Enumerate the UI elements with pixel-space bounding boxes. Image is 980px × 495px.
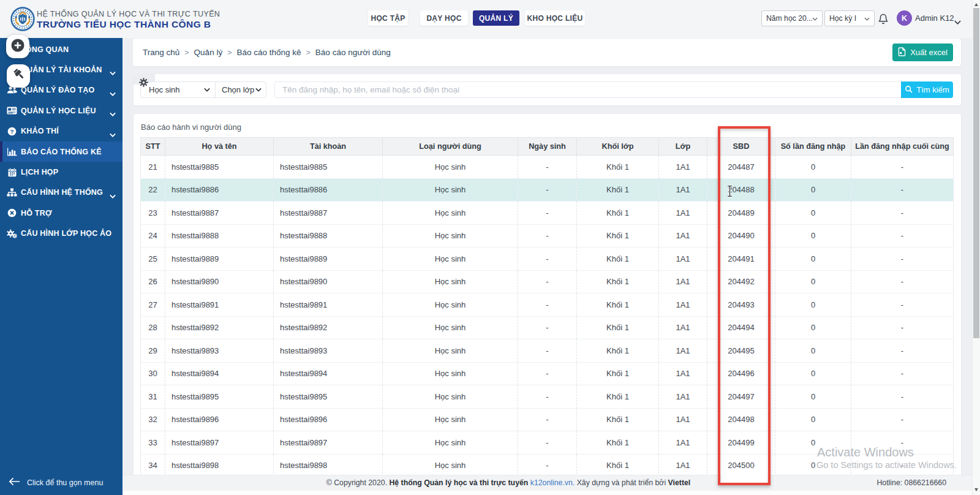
table-row[interactable]: 29hstesttai9893hstesttai9893Học sinh-Khố… — [141, 339, 954, 363]
gear-icon[interactable] — [139, 78, 148, 89]
nav-quan-ly[interactable]: QUẢN LÝ — [473, 10, 519, 26]
table-row[interactable]: 23hstesttai9887hstesttai9887Học sinh-Khố… — [141, 202, 954, 225]
breadcrumb-trang-chu[interactable]: Trang chủ — [143, 48, 179, 57]
table-row[interactable]: 25hstesttai9889hstesttai9889Học sinh-Khố… — [141, 248, 954, 271]
table-row[interactable]: 22hstesttai9886hstesttai9886Học sinh-Khố… — [141, 178, 954, 202]
column-header-stt[interactable]: STT — [141, 138, 165, 156]
sidebar-item-quan-ly-hoc-lieu[interactable]: QUẢN LÝ HỌC LIỆU — [0, 100, 123, 121]
brush-floating-button[interactable] — [7, 64, 30, 88]
table-cell: Học sinh — [383, 362, 518, 385]
table-cell: 1A1 — [659, 339, 707, 363]
table-cell: hstesttai9885 — [274, 156, 383, 179]
column-header-so-lan-dang-nhap[interactable]: Số lần đăng nhập — [775, 138, 851, 156]
table-cell: Khối 1 — [577, 408, 659, 431]
nav-hoc-tap[interactable]: HỌC TẬP — [368, 10, 408, 26]
search-button[interactable]: Tìm kiếm — [901, 81, 953, 98]
column-header-khoi-lop[interactable]: Khối lớp — [577, 138, 659, 156]
table-cell: - — [518, 270, 577, 293]
nav-kho-hoc-lieu[interactable]: KHO HỌC LIỆU — [525, 10, 585, 26]
breadcrumb-bao-cao-thong-ke[interactable]: Báo cáo thống kê — [236, 48, 301, 57]
column-header-loai-nguoi-dung[interactable]: Loại người dùng — [383, 138, 518, 156]
school-year-select[interactable]: Năm học 20... — [761, 10, 823, 26]
table-row[interactable]: 24hstesttai9888hstesttai9888Học sinh-Khố… — [141, 224, 954, 248]
table-cell: 31 — [141, 385, 165, 409]
svg-text:?: ? — [10, 128, 13, 135]
table-cell: 1A1 — [659, 316, 707, 339]
sidebar-item-khao-thi[interactable]: ? KHẢO THÍ — [0, 121, 123, 142]
user-menu-chevron-icon[interactable] — [954, 16, 961, 27]
sidebar-item-cau-hinh-lop-hoc-ao[interactable]: CẤU HÌNH LỚP HỌC ẢO — [0, 224, 123, 244]
vendor-name: Viettel — [668, 478, 691, 487]
table-cell: - — [851, 248, 954, 271]
excel-file-icon — [898, 47, 906, 58]
k12online-link[interactable]: k12online.vn. — [530, 478, 575, 487]
table-row[interactable]: 31hstesttai9895hstesttai9895Học sinh-Khố… — [141, 385, 954, 409]
table-cell: hstesttai9898 — [274, 454, 383, 477]
collapse-menu-button[interactable]: Click để thu gọn menu — [0, 470, 123, 495]
table-cell: hstesttai9892 — [274, 316, 383, 339]
breadcrumb-separator: > — [306, 48, 311, 57]
table-cell: 0 — [775, 362, 851, 385]
search-input[interactable] — [274, 81, 901, 98]
chevron-down-icon — [110, 88, 116, 99]
table-cell: - — [518, 362, 577, 385]
calendar-icon — [7, 167, 17, 177]
table-cell: hstesttai9897 — [274, 431, 383, 455]
table-cell: 1A1 — [659, 156, 707, 179]
notification-bell-icon[interactable] — [878, 13, 889, 28]
table-cell: hstesttai9896 — [165, 408, 274, 431]
table-cell: 28 — [141, 316, 165, 339]
column-header-tai-khoan[interactable]: Tài khoản — [274, 138, 383, 156]
table-cell: hstesttai9898 — [165, 454, 274, 477]
top-header: HỆ THỐNG QUẢN LÝ HỌC VÀ THI TRỰC TUYẾN T… — [0, 0, 972, 38]
table-cell: 1A1 — [659, 362, 707, 385]
user-type-value: Học sinh — [149, 85, 180, 94]
add-floating-button[interactable] — [6, 35, 29, 58]
table-row[interactable]: 28hstesttai9892hstesttai9892Học sinh-Khố… — [141, 316, 954, 339]
table-row[interactable]: 27hstesttai9891hstesttai9891Học sinh-Khố… — [141, 293, 954, 317]
table-cell: Học sinh — [383, 270, 518, 293]
text-cursor-icon — [726, 185, 733, 200]
table-cell: Học sinh — [383, 316, 518, 339]
column-header-lan-dang-nhap-cuoi-cung[interactable]: Lần đăng nhập cuối cùng — [851, 138, 954, 156]
table-cell: 1A1 — [659, 431, 707, 455]
table-cell: 30 — [141, 362, 165, 385]
sidebar-item-cau-hinh-he-thong[interactable]: CẤU HÌNH HỆ THỐNG — [0, 183, 123, 203]
table-row[interactable]: 21hstesttai9885hstesttai9885Học sinh-Khố… — [141, 156, 954, 179]
export-excel-button[interactable]: Xuất excel — [892, 43, 953, 61]
column-header-ho-va-ten[interactable]: Họ và tên — [165, 138, 274, 156]
scrollbar-down-arrow-icon[interactable] — [974, 488, 978, 491]
table-cell: 0 — [775, 224, 851, 248]
breadcrumb-bao-cao-nguoi-dung[interactable]: Báo cáo người dùng — [315, 48, 391, 57]
user-name[interactable]: Admin K12 — [915, 13, 954, 23]
scrollbar-thumb[interactable] — [973, 8, 979, 338]
breadcrumb-quan-ly[interactable]: Quản lý — [194, 48, 223, 57]
table-cell: 0 — [775, 156, 851, 179]
table-cell: Học sinh — [383, 408, 518, 431]
table-cell: hstesttai9891 — [165, 293, 274, 317]
column-header-lop[interactable]: Lớp — [659, 138, 707, 156]
user-type-select[interactable]: Học sinh — [141, 82, 215, 97]
table-cell: 23 — [141, 202, 165, 225]
table-cell: Khối 1 — [577, 293, 659, 317]
semester-select[interactable]: Học kỳ I — [824, 10, 875, 26]
column-header-ngay-sinh[interactable]: Ngày sinh — [518, 138, 577, 156]
class-select[interactable]: Chọn lớp — [215, 82, 266, 97]
table-cell: - — [518, 454, 577, 477]
table-row[interactable]: 32hstesttai9896hstesttai9896Học sinh-Khố… — [141, 408, 954, 431]
scrollbar-up-arrow-icon[interactable] — [974, 3, 978, 6]
table-cell: hstesttai9893 — [274, 339, 383, 363]
user-avatar[interactable]: K — [897, 10, 912, 26]
table-cell: 0 — [775, 408, 851, 431]
app-root: HỆ THỐNG QUẢN LÝ HỌC VÀ THI TRỰC TUYẾN T… — [0, 0, 980, 495]
hotline-text: Hotline: 0866216660 — [876, 475, 946, 491]
table-cell: - — [518, 248, 577, 271]
sidebar-item-lich-hop[interactable]: LỊCH HỌP — [0, 162, 123, 182]
nav-day-hoc[interactable]: DẠY HỌC — [420, 10, 468, 26]
table-row[interactable]: 30hstesttai9894hstesttai9894Học sinh-Khố… — [141, 362, 954, 385]
sidebar-item-bao-cao-thong-ke[interactable]: BÁO CÁO THỐNG KÊ — [0, 142, 123, 162]
table-cell: hstesttai9895 — [274, 385, 383, 409]
table-row[interactable]: 26hstesttai9890hstesttai9890Học sinh-Khố… — [141, 270, 954, 293]
table-cell: hstesttai9888 — [274, 224, 383, 248]
sidebar-item-ho-tro[interactable]: HỖ TRỢ — [0, 203, 123, 223]
